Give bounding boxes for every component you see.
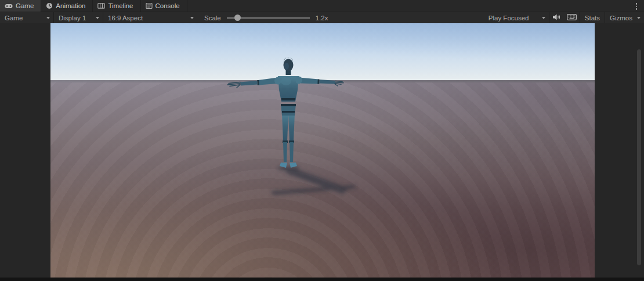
- speaker-icon: [552, 13, 561, 22]
- game-mode-label: Game: [5, 15, 42, 21]
- scale-value: 1.2x: [316, 15, 328, 21]
- game-view-toolbar: Game Display 1 16:9 Aspect Scale 1.2x Pl…: [0, 12, 644, 23]
- tab-label: Animation: [56, 2, 85, 9]
- unity-game-window: Game Animation Timeline Console Game: [0, 0, 644, 281]
- kebab-menu-icon[interactable]: [632, 2, 641, 11]
- clock-icon: [46, 2, 53, 9]
- scale-control: Scale 1.2x: [204, 12, 328, 23]
- chevron-down-icon: [96, 17, 99, 19]
- tab-game[interactable]: Game: [0, 0, 41, 12]
- gizmos-label: Gizmos: [610, 15, 632, 21]
- gamepad-icon: [5, 2, 13, 9]
- timeline-icon: [97, 2, 105, 9]
- tab-label: Console: [155, 2, 180, 9]
- aspect-ratio-dropdown[interactable]: 16:9 Aspect: [103, 12, 197, 23]
- tab-console[interactable]: Console: [141, 0, 187, 12]
- aspect-ratio-label: 16:9 Aspect: [108, 15, 186, 21]
- stats-button[interactable]: Stats: [580, 12, 605, 23]
- play-focused-dropdown[interactable]: Play Focused: [484, 12, 549, 23]
- keyboard-icon: [567, 13, 577, 22]
- display-dropdown[interactable]: Display 1: [54, 12, 103, 23]
- chevron-down-icon: [190, 17, 194, 19]
- tab-animation[interactable]: Animation: [41, 0, 93, 12]
- tab-timeline[interactable]: Timeline: [93, 0, 140, 12]
- tab-label: Timeline: [108, 2, 133, 9]
- console-icon: [146, 2, 153, 9]
- mute-audio-button[interactable]: [549, 12, 564, 23]
- tab-bar: Game Animation Timeline Console: [0, 0, 644, 12]
- chevron-down-icon: [637, 17, 641, 19]
- keyboard-shortcuts-button[interactable]: [564, 12, 580, 23]
- stats-label: Stats: [585, 15, 600, 21]
- game-viewport[interactable]: [50, 23, 595, 278]
- gizmos-dropdown[interactable]: Gizmos: [605, 12, 644, 23]
- character-shadow: [271, 167, 356, 196]
- game-mode-dropdown[interactable]: Game: [0, 12, 53, 23]
- bottom-edge: [0, 278, 644, 281]
- scale-label: Scale: [204, 15, 221, 21]
- chevron-down-icon: [46, 17, 50, 19]
- chevron-down-icon: [542, 17, 545, 19]
- character-3d-model: [213, 55, 375, 200]
- tab-label: Game: [16, 2, 34, 9]
- vertical-scrollbar[interactable]: [637, 49, 641, 265]
- scale-slider-thumb[interactable]: [234, 15, 241, 21]
- play-focused-label: Play Focused: [489, 15, 537, 21]
- scale-slider[interactable]: [227, 12, 310, 23]
- display-label: Display 1: [59, 15, 91, 21]
